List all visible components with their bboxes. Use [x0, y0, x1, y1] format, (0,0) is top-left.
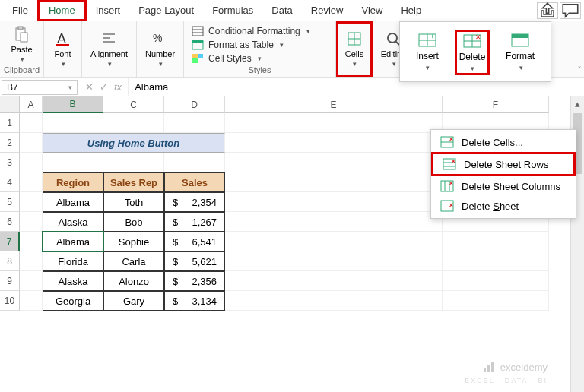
insert-cells-button[interactable]: + Insert▾ [412, 30, 443, 75]
fx-icon[interactable]: fx [114, 81, 122, 93]
tab-formulas[interactable]: Formulas [203, 2, 262, 19]
cell[interactable]: Gary [103, 291, 164, 311]
cell[interactable] [225, 133, 443, 153]
cell[interactable]: Bob [103, 212, 164, 232]
name-box[interactable]: B7▾ [2, 80, 78, 95]
row-header[interactable]: 8 [0, 251, 20, 271]
row-header[interactable]: 9 [0, 271, 20, 291]
tab-review[interactable]: Review [302, 2, 353, 19]
cancel-icon[interactable]: ✕ [85, 81, 94, 93]
row-header[interactable]: 10 [0, 291, 20, 311]
cell[interactable]: $3,134 [164, 291, 225, 311]
cell[interactable] [103, 113, 164, 133]
col-header[interactable]: D [164, 96, 225, 113]
delete-cells-menuitem[interactable]: ✕ Delete Cells... [431, 132, 576, 152]
cell[interactable] [225, 153, 443, 172]
tab-view[interactable]: View [352, 2, 392, 19]
cell[interactable] [225, 192, 443, 212]
cell[interactable]: Using Home Button [43, 133, 225, 153]
delete-cells-button[interactable]: ✕ Delete▾ [455, 30, 490, 75]
scroll-up-icon[interactable]: ▴ [571, 96, 584, 110]
cell[interactable] [20, 232, 43, 251]
delete-sheet-rows-menuitem[interactable]: ✕ Delete Sheet Rows [431, 152, 576, 176]
select-all-corner[interactable] [0, 96, 20, 113]
cell[interactable]: Alonzo [103, 271, 164, 291]
comments-icon[interactable] [560, 2, 581, 19]
cell[interactable]: Sales Rep [103, 172, 164, 192]
number-button[interactable]: % Number▾ [145, 30, 175, 68]
share-icon[interactable] [537, 2, 558, 19]
col-header[interactable]: C [103, 96, 164, 113]
cell[interactable]: $2,356 [164, 271, 225, 291]
delete-sheet-columns-menuitem[interactable]: ✕ Delete Sheet Columns [431, 176, 576, 196]
alignment-button[interactable]: Alignment▾ [90, 30, 128, 68]
row-header[interactable]: 3 [0, 153, 20, 172]
cells-button[interactable]: Cells▾ [345, 30, 363, 68]
col-header[interactable]: F [443, 96, 549, 113]
row-header[interactable]: 1 [0, 113, 20, 133]
tab-page-layout[interactable]: Page Layout [129, 2, 203, 19]
cell[interactable] [20, 153, 43, 172]
cell[interactable]: Sophie [103, 232, 164, 251]
delete-sheet-menuitem[interactable]: ✕ Delete Sheet [431, 196, 576, 216]
cell[interactable] [43, 113, 103, 133]
row-header[interactable]: 4 [0, 172, 20, 192]
tab-home[interactable]: Home [37, 0, 87, 21]
cell[interactable]: Albama [43, 232, 103, 251]
cell[interactable] [103, 153, 164, 172]
cell[interactable] [164, 113, 225, 133]
cell[interactable] [225, 271, 443, 291]
cell[interactable] [20, 192, 43, 212]
row-header[interactable]: 2 [0, 133, 20, 153]
tab-data[interactable]: Data [262, 2, 301, 19]
cell[interactable]: Alaska [43, 271, 103, 291]
tab-insert[interactable]: Insert [87, 2, 130, 19]
cell[interactable] [225, 251, 443, 271]
font-button[interactable]: A Font▾ [54, 30, 72, 68]
cell[interactable] [225, 232, 443, 251]
cell[interactable]: $1,267 [164, 212, 225, 232]
cell[interactable] [443, 291, 549, 311]
col-header[interactable]: A [20, 96, 43, 113]
cell[interactable] [164, 153, 225, 172]
format-as-table-button[interactable]: Format as Table▾ [192, 38, 284, 52]
cell[interactable] [225, 113, 443, 133]
cell[interactable] [225, 291, 443, 311]
cell[interactable]: $5,621 [164, 251, 225, 271]
cell[interactable]: Carla [103, 251, 164, 271]
col-header[interactable]: B [43, 96, 103, 113]
enter-icon[interactable]: ✓ [100, 81, 108, 93]
col-header[interactable]: E [225, 96, 443, 113]
cell[interactable]: $2,354 [164, 192, 225, 212]
cell[interactable]: Alaska [43, 212, 103, 232]
cell[interactable] [225, 172, 443, 192]
cell[interactable]: Albama [43, 192, 103, 212]
cell[interactable] [20, 271, 43, 291]
format-cells-button[interactable]: Format▾ [502, 30, 538, 75]
cell[interactable] [20, 113, 43, 133]
cell[interactable] [20, 251, 43, 271]
cell[interactable] [443, 251, 549, 271]
cell[interactable]: Florida [43, 251, 103, 271]
cell[interactable]: $6,541 [164, 232, 225, 251]
cell[interactable] [225, 212, 443, 232]
cell-styles-button[interactable]: Cell Styles▾ [192, 52, 262, 65]
cell[interactable] [43, 153, 103, 172]
cell[interactable] [443, 232, 549, 251]
cell[interactable] [20, 212, 43, 232]
row-header[interactable]: 5 [0, 192, 20, 212]
cell[interactable]: Toth [103, 192, 164, 212]
tab-help[interactable]: Help [392, 2, 430, 19]
cell[interactable]: Georgia [43, 291, 103, 311]
row-header[interactable]: 6 [0, 212, 20, 232]
row-header[interactable]: 7 [0, 232, 20, 251]
tab-file[interactable]: File [3, 2, 37, 19]
cell[interactable] [20, 172, 43, 192]
conditional-formatting-button[interactable]: Conditional Formatting▾ [192, 24, 310, 38]
paste-button[interactable]: Paste▾ [11, 25, 32, 63]
collapse-ribbon-icon[interactable]: ˇ [578, 65, 581, 74]
cell[interactable]: Sales [164, 172, 225, 192]
cell[interactable]: Region [43, 172, 103, 192]
cell[interactable] [20, 291, 43, 311]
cell[interactable] [443, 271, 549, 291]
